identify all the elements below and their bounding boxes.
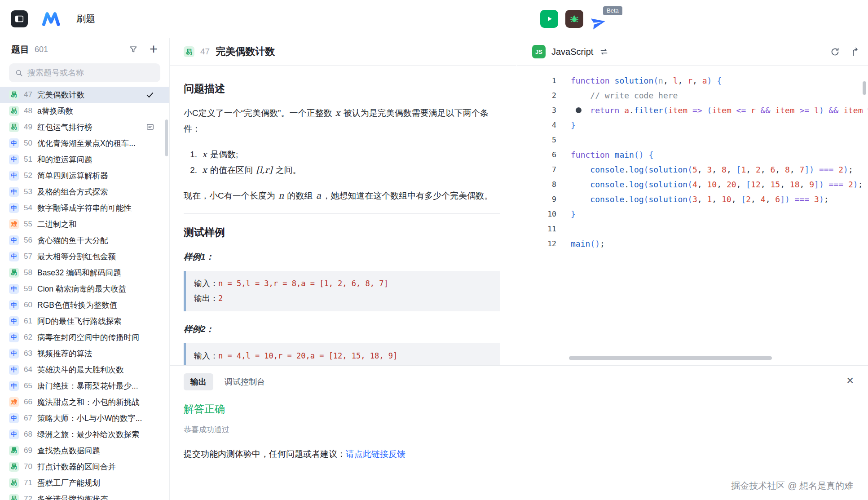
list-marker: 1. [185, 146, 197, 162]
condition-list: 1.x 是偶数;2.x 的值在区间 [l,r] 之间。 [185, 146, 500, 178]
difficulty-badge: 易 [9, 446, 19, 456]
problem-list-item[interactable]: 易47完美偶数计数 [0, 87, 169, 103]
marscode-logo[interactable] [41, 11, 65, 27]
reset-code-button[interactable] [830, 47, 840, 57]
search-input[interactable] [27, 68, 154, 78]
problem-list-item[interactable]: 中65唐门绝技：暴雨梨花针最少... [0, 378, 169, 394]
filter-button[interactable] [129, 45, 138, 54]
line-number: 3 [517, 103, 556, 118]
lightbulb-indicator[interactable] [576, 107, 582, 113]
code-line[interactable]: 6function main() { [517, 147, 868, 162]
code-line[interactable]: 4} [517, 118, 868, 133]
problem-list-item[interactable]: 中54数字翻译成字符串的可能性 [0, 200, 169, 216]
sidebar: 题目 601 + 易47完美偶数计数易48a替换函数易49红包运气排行榜中50优… [0, 38, 170, 500]
sidebar-toggle-button[interactable] [11, 10, 28, 27]
line-number: 4 [517, 118, 556, 133]
topbar: 刷题 Beta [0, 0, 868, 38]
problem-number: 47 [200, 47, 210, 57]
tab-output[interactable]: 输出 [184, 373, 213, 390]
submit-button[interactable] [590, 15, 606, 31]
compare-button[interactable] [850, 47, 860, 57]
code-line[interactable]: 9 console.log(solution(3, 1, 10, [2, 4, … [517, 192, 868, 207]
code-editor[interactable]: 1function solution(n, l, r, a) {2 // wri… [517, 66, 868, 251]
problem-list-item[interactable]: 易70打点计数器的区间合并 [0, 459, 169, 475]
difficulty-badge: 中 [9, 332, 19, 342]
bug-icon [569, 14, 579, 24]
problem-list-item[interactable]: 中60RGB色值转换为整数值 [0, 297, 169, 313]
problem-list-item[interactable]: 中56贪心猫的鱼干大分配 [0, 232, 169, 248]
problem-list-item[interactable]: 易49红包运气排行榜 [0, 119, 169, 135]
run-button[interactable] [540, 10, 558, 28]
language-switch-button[interactable] [599, 47, 608, 56]
problem-list-item[interactable]: 中61阿D的最佳飞行路线探索 [0, 313, 169, 329]
code-line[interactable]: 2 // write code here [517, 88, 868, 103]
problem-list-item[interactable]: 难66魔法甜点之和：小包的新挑战 [0, 394, 169, 410]
problem-list-item[interactable]: 易71蛋糕工厂产能规划 [0, 475, 169, 491]
editor-header: JS JavaScript [517, 38, 868, 66]
problem-number: 59 [24, 284, 37, 293]
editor-horizontal-scrollbar[interactable] [569, 356, 772, 360]
compare-icon [850, 47, 860, 57]
problem-number: 58 [24, 268, 37, 277]
problem-list-item[interactable]: 易58Base32 编码和解码问题 [0, 265, 169, 281]
code-line[interactable]: 3 return a.filter(item => (item <= r && … [517, 103, 868, 118]
code-line[interactable]: 8 console.log(solution(4, 10, 20, [12, 1… [517, 177, 868, 192]
sample1-input-row: 输入：n = 5,l = 3,r = 8,a = [1, 2, 6, 8, 7] [194, 276, 492, 291]
code-line[interactable]: 1function solution(n, l, r, a) { [517, 73, 868, 88]
close-output-button[interactable]: × [846, 375, 854, 387]
sidebar-scrollbar[interactable] [165, 119, 168, 156]
problem-number: 52 [24, 171, 37, 180]
code-line[interactable]: 11 [517, 221, 868, 236]
submit-wrap: Beta [590, 10, 629, 31]
problem-list-item[interactable]: 中62病毒在封闭空间中的传播时间 [0, 329, 169, 345]
problem-title: 贪心猫的鱼干大分配 [37, 235, 156, 246]
editor-vertical-scrollbar[interactable] [863, 81, 866, 95]
sample2-input: n = 4,l = 10,r = 20,a = [12, 15, 18, 9] [218, 351, 397, 360]
problem-number: 70 [24, 462, 37, 471]
code-line[interactable]: 5 [517, 133, 868, 147]
tab-debug-console[interactable]: 调试控制台 [218, 373, 272, 390]
sample2-label: 样例2： [184, 321, 500, 337]
paper-plane-icon [590, 15, 606, 31]
line-number: 9 [517, 192, 556, 207]
output-panel: 输出 调试控制台 × 解答正确 恭喜成功通过 提交功能内测体验中，任何问题或者建… [170, 365, 868, 500]
math-var: n [278, 190, 285, 200]
problem-list-item[interactable]: 中68绿洲之旅：最少补给次数探索 [0, 426, 169, 442]
note-icon [146, 123, 154, 131]
problem-title: 红包运气排行榜 [37, 122, 156, 133]
problem-number: 67 [24, 414, 37, 423]
problem-list-item[interactable]: 中51和的逆运算问题 [0, 151, 169, 168]
debug-button[interactable] [565, 10, 583, 28]
search-box[interactable] [9, 63, 160, 82]
code-line[interactable]: 12main(); [517, 236, 868, 251]
difficulty-badge: 易 [9, 90, 19, 100]
problem-title: 蛋糕工厂产能规划 [37, 478, 156, 488]
problem-list-item[interactable]: 易69查找热点数据问题 [0, 442, 169, 459]
output-body: 解答正确 恭喜成功通过 提交功能内测体验中，任何问题或者建议：请点此链接反馈 [170, 390, 868, 460]
sample2-input-row: 输入：n = 4,l = 10,r = 20,a = [12, 15, 18, … [194, 349, 492, 363]
code-line[interactable]: 7 console.log(solution(5, 3, 8, [1, 2, 6… [517, 162, 868, 177]
problem-list-item[interactable]: 中53及格的组合方式探索 [0, 184, 169, 200]
topbar-actions: Beta [540, 10, 629, 31]
code-line[interactable]: 10} [517, 207, 868, 221]
problem-list-item[interactable]: 中63视频推荐的算法 [0, 345, 169, 362]
problem-list-item[interactable]: 中50优化青海湖至景点X的租车... [0, 135, 169, 151]
problem-number: 66 [24, 398, 37, 407]
problem-number: 54 [24, 204, 37, 212]
language-label: JavaScript [551, 47, 593, 57]
problem-list-item[interactable]: 中59Cion 勒索病毒的最大收益 [0, 281, 169, 297]
watermark: 掘金技术社区 @ 想名是真的难 [731, 480, 853, 492]
problem-list-item[interactable]: 易48a替换函数 [0, 103, 169, 119]
problem-title: 最大相等分割红包金额 [37, 251, 156, 262]
problem-list-item[interactable]: 中52简单四则运算解析器 [0, 168, 169, 184]
problem-list-item[interactable]: 中67策略大师：小L与小W的数字... [0, 410, 169, 426]
difficulty-badge: 中 [9, 235, 19, 245]
feedback-link[interactable]: 请点此链接反馈 [346, 449, 405, 459]
add-problem-button[interactable]: + [150, 44, 158, 54]
problem-list-item[interactable]: 中57最大相等分割红包金额 [0, 248, 169, 265]
problem-list-item[interactable]: 中64英雄决斗的最大胜利次数 [0, 362, 169, 378]
problem-list-item[interactable]: 难55二进制之和 [0, 216, 169, 232]
problem-title: a替换函数 [37, 106, 156, 116]
problem-list-item[interactable]: 易72多米诺骨牌均衡状态 [0, 491, 169, 500]
problem-number: 65 [24, 381, 37, 390]
